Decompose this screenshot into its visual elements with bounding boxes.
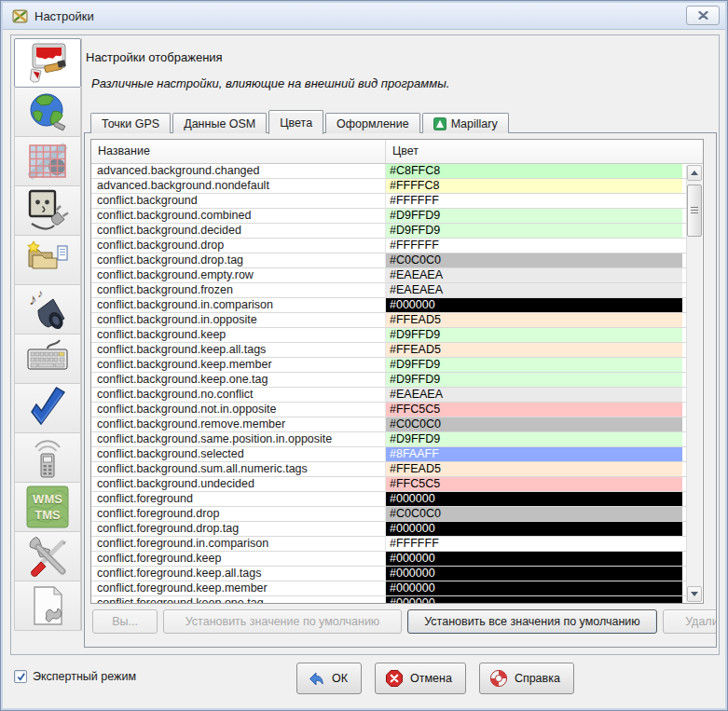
table-row[interactable]: conflict.background.combined#D9FFD9 <box>91 209 687 224</box>
sidebar-item-display[interactable] <box>14 38 81 88</box>
table-row[interactable]: conflict.background.selected#8FAAFF <box>91 447 687 462</box>
sidebar-item-audio[interactable]: ♪♪ <box>14 285 81 335</box>
color-name-cell: conflict.background.not.in.opposite <box>91 403 386 417</box>
tab-данные-osm[interactable]: Данные OSM <box>172 113 267 133</box>
table-row[interactable]: conflict.background.empty.row#EAEAEA <box>91 268 687 283</box>
set-all-default-button[interactable]: Установить все значения по умолчанию <box>407 609 657 634</box>
table-row[interactable]: advanced.background.nondefault#FFFFC8 <box>91 179 687 194</box>
color-value-cell: #EAEAEA <box>386 268 682 283</box>
tab-цвета[interactable]: Цвета <box>268 110 323 134</box>
color-name-cell: conflict.background.drop.tag <box>91 253 386 268</box>
table-row[interactable]: conflict.background#FFFFFF <box>91 194 687 209</box>
sidebar-item-plugins[interactable] <box>14 186 81 236</box>
table-row[interactable]: conflict.foreground.keep.all.tags#000000 <box>91 567 687 581</box>
table-row[interactable]: advanced.background.changed#C8FFC8 <box>91 164 687 179</box>
sidebar-item-remote-control[interactable] <box>14 433 81 483</box>
sidebar-item-shortcuts[interactable] <box>14 335 81 384</box>
table-row[interactable]: conflict.background.in.opposite#FFEAD5 <box>91 313 687 328</box>
dialog-buttons: ОК Отмена Справка <box>296 663 574 694</box>
sidebar-item-advanced[interactable] <box>14 532 81 581</box>
table-row[interactable]: conflict.foreground#000000 <box>91 492 687 507</box>
color-value-cell: #FFFFFF <box>386 194 682 209</box>
color-name-cell: conflict.foreground <box>91 492 386 507</box>
table-row[interactable]: conflict.background.remove.member#C0C0C0 <box>91 417 687 432</box>
settings-panel: ♪♪WMSTMS Настройки отображения Различные… <box>10 34 720 655</box>
color-name-cell: conflict.foreground.keep.member <box>91 581 386 596</box>
color-name-cell: advanced.background.changed <box>91 164 386 179</box>
scroll-up-button[interactable] <box>687 165 702 181</box>
blue-checkmark-icon <box>25 386 70 431</box>
color-value-cell: #C8FFC8 <box>386 164 682 179</box>
table-row[interactable]: conflict.foreground.keep#000000 <box>91 552 687 567</box>
lifebuoy-icon <box>489 669 508 688</box>
table-body: advanced.background.changed#C8FFC8advanc… <box>91 164 687 603</box>
sidebar-item-connection[interactable] <box>14 88 81 137</box>
cancel-icon <box>385 669 404 688</box>
table-row[interactable]: conflict.background.keep.all.tags#FFEAD5 <box>91 343 687 358</box>
set-default-button[interactable]: Установить значение по умолчанию <box>163 609 402 634</box>
socket-plug-icon <box>25 188 70 233</box>
sidebar-item-imagery[interactable]: WMSTMS <box>14 483 81 532</box>
color-value-cell: #FFC5C5 <box>386 477 682 492</box>
table-scrollbar[interactable] <box>686 165 702 602</box>
table-row[interactable]: conflict.background.keep.one.tag#D9FFD9 <box>91 373 687 388</box>
table-row[interactable]: conflict.background.decided#D9FFD9 <box>91 224 687 239</box>
sidebar-item-validator[interactable] <box>14 384 81 433</box>
table-row[interactable]: conflict.background.sum.all.numeric.tags… <box>91 462 687 477</box>
scroll-down-button[interactable] <box>687 586 702 602</box>
color-value-cell: #FFEAD5 <box>386 313 682 328</box>
help-button[interactable]: Справка <box>479 663 574 694</box>
tab-оформление[interactable]: Оформление <box>325 113 420 133</box>
column-header-color[interactable]: Цвет <box>386 140 703 163</box>
arrow-up-icon <box>691 171 698 175</box>
svg-text:♪: ♪ <box>37 287 43 300</box>
tab-точки-gps[interactable]: Точки GPS <box>90 113 171 133</box>
close-button[interactable] <box>686 6 720 25</box>
table-row[interactable]: conflict.background.not.in.opposite#FFC5… <box>91 403 687 417</box>
table-row[interactable]: conflict.background.in.comparison#000000 <box>91 298 687 313</box>
pick-color-button[interactable]: Вы... <box>92 609 158 634</box>
color-name-cell: conflict.background <box>91 194 386 209</box>
sidebar-item-map-paint-styles[interactable] <box>14 581 81 631</box>
document-wrench-icon <box>25 583 70 628</box>
color-value-cell: #000000 <box>386 596 682 603</box>
table-row[interactable]: conflict.background.drop.tag#C0C0C0 <box>91 253 687 268</box>
sidebar-item-files[interactable] <box>14 236 81 285</box>
globe-plug-icon <box>25 89 70 134</box>
table-row[interactable]: conflict.foreground.keep.member#000000 <box>91 581 687 596</box>
table-row[interactable]: conflict.background.undecided#FFC5C5 <box>91 477 687 492</box>
color-name-cell: conflict.background.keep.member <box>91 358 386 373</box>
table-row[interactable]: conflict.foreground.drop.tag#000000 <box>91 522 687 537</box>
table-row[interactable]: conflict.foreground.in.comparison#FFFFFF <box>91 537 687 552</box>
color-name-cell: conflict.background.in.comparison <box>91 298 386 313</box>
tab-mapillary[interactable]: Mapillary <box>422 113 509 133</box>
table-row[interactable]: conflict.background.drop#FFFFFF <box>91 239 687 253</box>
display-paint-icon <box>25 41 70 86</box>
table-row[interactable]: conflict.background.same.position.in.opp… <box>91 432 687 447</box>
color-name-cell: conflict.foreground.drop <box>91 507 386 522</box>
color-name-cell: conflict.background.empty.row <box>91 268 386 283</box>
mapillary-icon <box>433 117 446 130</box>
color-value-cell: #FFEAD5 <box>386 462 682 477</box>
sidebar-item-map-projection[interactable] <box>14 137 81 186</box>
cancel-button[interactable]: Отмена <box>375 663 466 694</box>
table-row[interactable]: conflict.foreground.keep.one.tag#000000 <box>91 596 687 603</box>
table-row[interactable]: conflict.background.no.conflict#EAEAEA <box>91 388 687 403</box>
color-name-cell: conflict.background.keep.all.tags <box>91 343 386 358</box>
table-row[interactable]: conflict.background.frozen#EAEAEA <box>91 283 687 298</box>
speaker-icon: ♪♪ <box>25 287 70 332</box>
scrollbar-thumb[interactable] <box>687 185 702 237</box>
column-header-name[interactable]: Название <box>91 140 386 163</box>
checkbox-check-icon[interactable] <box>14 670 27 683</box>
titlebar[interactable]: Настройки <box>3 3 725 30</box>
tab-label: Цвета <box>280 116 312 130</box>
delete-button[interactable]: Удалить <box>663 609 717 634</box>
table-row[interactable]: conflict.background.keep.member#D9FFD9 <box>91 358 687 373</box>
table-row[interactable]: conflict.background.keep#D9FFD9 <box>91 328 687 343</box>
color-value-cell: #000000 <box>386 492 682 507</box>
wms-tms-label: WMSTMS <box>25 485 70 529</box>
color-value-cell: #C0C0C0 <box>386 253 682 268</box>
table-row[interactable]: conflict.foreground.drop#C0C0C0 <box>91 507 687 522</box>
expert-mode-checkbox[interactable]: Экспертный режим <box>14 670 136 683</box>
ok-button[interactable]: ОК <box>296 663 362 694</box>
